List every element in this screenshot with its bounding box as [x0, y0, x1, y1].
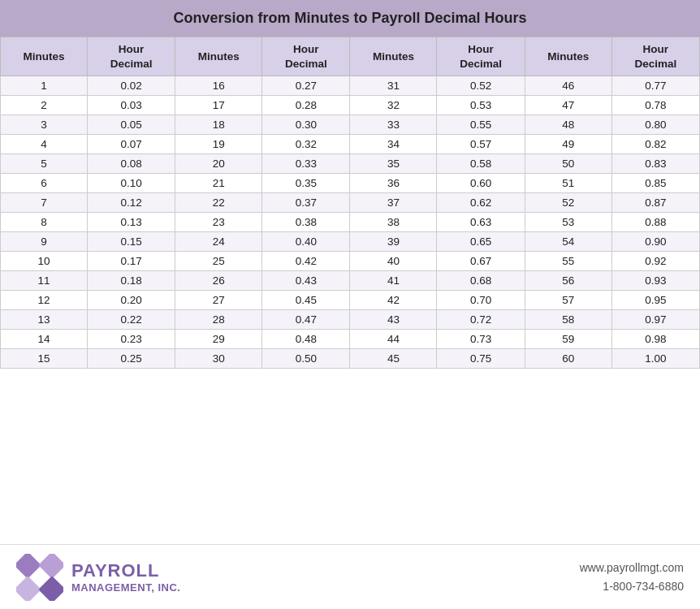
- table-cell: 0.50: [262, 349, 350, 369]
- table-cell: 51: [525, 174, 611, 193]
- table-cell: 47: [525, 96, 611, 115]
- table-cell: 0.77: [611, 76, 699, 96]
- table-cell: 50: [525, 154, 611, 174]
- col-header-min2: Minutes: [175, 37, 262, 76]
- table-container: Minutes HourDecimal Minutes HourDecimal …: [0, 37, 700, 544]
- table-cell: 0.65: [437, 232, 525, 252]
- table-cell: 0.55: [437, 115, 525, 135]
- table-cell: 0.22: [87, 310, 175, 330]
- table-row: 120.20270.45420.70570.95: [1, 291, 700, 310]
- table-cell: 33: [350, 115, 437, 135]
- table-cell: 55: [525, 252, 611, 271]
- table-cell: 54: [525, 232, 611, 252]
- table-cell: 0.67: [437, 252, 525, 271]
- logo-icon: [16, 554, 63, 601]
- table-cell: 38: [350, 213, 437, 232]
- table-cell: 0.07: [87, 135, 175, 154]
- logo-text: PAYROLL MANAGEMENT, INC.: [71, 560, 180, 594]
- table-cell: 0.75: [437, 349, 525, 369]
- table-cell: 0.08: [87, 154, 175, 174]
- table-row: 80.13230.38380.63530.88: [1, 213, 700, 232]
- table-cell: 0.20: [87, 291, 175, 310]
- table-cell: 29: [175, 330, 262, 349]
- table-cell: 14: [1, 330, 88, 349]
- table-cell: 24: [175, 232, 262, 252]
- table-cell: 23: [175, 213, 262, 232]
- table-cell: 0.73: [437, 330, 525, 349]
- table-cell: 21: [175, 174, 262, 193]
- table-cell: 58: [525, 310, 611, 330]
- table-cell: 0.92: [611, 252, 699, 271]
- table-cell: 1.00: [611, 349, 699, 369]
- table-cell: 0.33: [262, 154, 350, 174]
- table-cell: 0.60: [437, 174, 525, 193]
- table-cell: 9: [1, 232, 88, 252]
- table-cell: 27: [175, 291, 262, 310]
- table-cell: 0.88: [611, 213, 699, 232]
- table-cell: 39: [350, 232, 437, 252]
- conversion-table: Minutes HourDecimal Minutes HourDecimal …: [0, 37, 700, 369]
- table-header-row: Minutes HourDecimal Minutes HourDecimal …: [1, 37, 700, 76]
- table-cell: 0.63: [437, 213, 525, 232]
- page-wrapper: Conversion from Minutes to Payroll Decim…: [0, 0, 700, 609]
- table-cell: 0.52: [437, 76, 525, 96]
- col-header-dec3: HourDecimal: [437, 37, 525, 76]
- col-header-min3: Minutes: [350, 37, 437, 76]
- col-header-min4: Minutes: [525, 37, 611, 76]
- footer: PAYROLL MANAGEMENT, INC. www.payrollmgt.…: [0, 544, 700, 609]
- table-cell: 41: [350, 271, 437, 291]
- table-cell: 17: [175, 96, 262, 115]
- table-cell: 46: [525, 76, 611, 96]
- table-cell: 52: [525, 193, 611, 213]
- table-row: 10.02160.27310.52460.77: [1, 76, 700, 96]
- table-cell: 3: [1, 115, 88, 135]
- table-cell: 31: [350, 76, 437, 96]
- table-cell: 37: [350, 193, 437, 213]
- table-cell: 16: [175, 76, 262, 96]
- table-cell: 25: [175, 252, 262, 271]
- logo-management-text: MANAGEMENT, INC.: [71, 581, 180, 594]
- table-cell: 0.23: [87, 330, 175, 349]
- logo-area: PAYROLL MANAGEMENT, INC.: [16, 554, 180, 601]
- svg-rect-2: [16, 576, 41, 601]
- table-cell: 0.45: [262, 291, 350, 310]
- table-cell: 22: [175, 193, 262, 213]
- table-cell: 48: [525, 115, 611, 135]
- table-cell: 0.03: [87, 96, 175, 115]
- table-cell: 35: [350, 154, 437, 174]
- table-cell: 49: [525, 135, 611, 154]
- table-cell: 40: [350, 252, 437, 271]
- table-cell: 26: [175, 271, 262, 291]
- table-cell: 0.87: [611, 193, 699, 213]
- table-row: 60.10210.35360.60510.85: [1, 174, 700, 193]
- table-cell: 18: [175, 115, 262, 135]
- table-cell: 0.27: [262, 76, 350, 96]
- col-header-dec4: HourDecimal: [611, 37, 699, 76]
- table-cell: 0.42: [262, 252, 350, 271]
- table-cell: 44: [350, 330, 437, 349]
- table-cell: 10: [1, 252, 88, 271]
- table-cell: 0.05: [87, 115, 175, 135]
- table-cell: 0.80: [611, 115, 699, 135]
- table-cell: 45: [350, 349, 437, 369]
- table-cell: 0.18: [87, 271, 175, 291]
- svg-rect-0: [16, 554, 41, 579]
- table-cell: 0.53: [437, 96, 525, 115]
- table-cell: 0.35: [262, 174, 350, 193]
- table-row: 20.03170.28320.53470.78: [1, 96, 700, 115]
- table-body: 10.02160.27310.52460.7720.03170.28320.53…: [1, 76, 700, 369]
- table-cell: 42: [350, 291, 437, 310]
- table-cell: 34: [350, 135, 437, 154]
- table-cell: 0.12: [87, 193, 175, 213]
- table-cell: 0.98: [611, 330, 699, 349]
- table-cell: 56: [525, 271, 611, 291]
- col-header-dec1: HourDecimal: [87, 37, 175, 76]
- table-row: 140.23290.48440.73590.98: [1, 330, 700, 349]
- table-cell: 0.78: [611, 96, 699, 115]
- table-cell: 0.47: [262, 310, 350, 330]
- table-cell: 0.85: [611, 174, 699, 193]
- table-cell: 0.02: [87, 76, 175, 96]
- table-cell: 0.90: [611, 232, 699, 252]
- table-cell: 0.17: [87, 252, 175, 271]
- table-cell: 0.40: [262, 232, 350, 252]
